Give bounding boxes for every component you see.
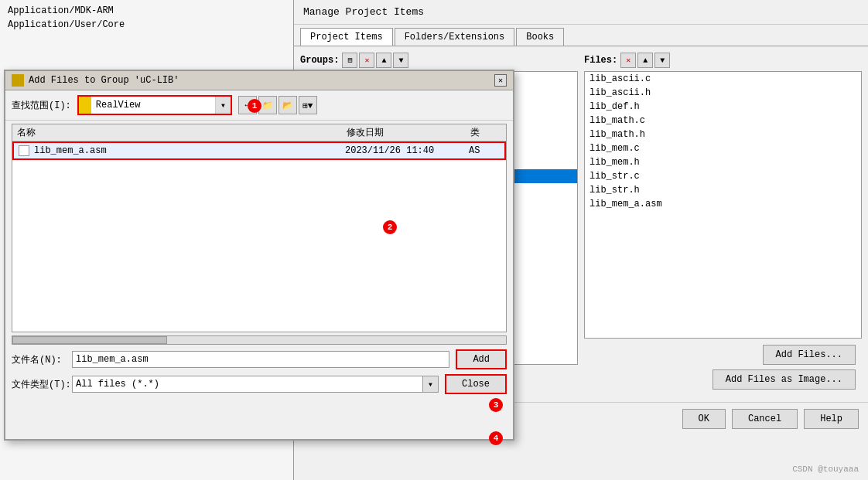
groups-header: Groups: ⊞ ✕ ▲ ▼ [300,53,578,68]
filename-input[interactable] [72,351,449,368]
file-item[interactable]: lib_def.h [585,100,861,114]
dialog-title-area: Add Files to Group 'uC-LIB' [12,74,179,87]
col-date: 修改日期 [347,126,470,139]
dialog-title-text: Add Files to Group 'uC-LIB' [29,75,179,86]
scrollbar-thumb[interactable] [12,336,167,344]
col-name: 名称 [17,126,347,139]
annotation-4: 4 [489,431,503,445]
add-files-buttons: Add Files... Add Files as Image... [584,339,862,396]
tree-item-user-core[interactable]: Application/User/Core [4,18,289,32]
filetype-row: 文件类型(T): ▼ Close [12,374,507,394]
files-label: Files: [584,55,617,66]
tab-books[interactable]: Books [516,28,564,46]
filename-label: 文件名(N): [12,353,66,366]
files-list[interactable]: lib_ascii.c lib_ascii.h lib_def.h lib_ma… [584,71,862,339]
file-item[interactable]: lib_math.c [585,114,861,128]
dialog-titlebar: Add Files to Group 'uC-LIB' ✕ [5,71,513,90]
add-files-dialog: Add Files to Group 'uC-LIB' ✕ 查找范围(I): ▼… [4,70,514,441]
file-table-header: 名称 修改日期 类 [12,124,506,141]
annotation-3: 3 [489,398,503,412]
filetype-label: 文件类型(T): [12,378,66,391]
tabs-bar: Project Items Folders/Extensions Books [294,25,868,46]
groups-new-btn[interactable]: ⊞ [342,53,357,68]
groups-up-btn[interactable]: ▲ [376,53,391,68]
annotation-2: 2 [383,220,397,234]
filetype-arrow[interactable]: ▼ [423,376,439,393]
dialog-file-area[interactable]: 名称 修改日期 类 lib_mem_a.asm 2023/11/26 11:40… [12,124,507,332]
filetype-input[interactable] [72,376,423,393]
filetype-select-wrap: ▼ [72,376,439,393]
file-date: 2023/11/26 11:40 [345,145,469,156]
dialog-bottom: 文件名(N): Add 文件类型(T): ▼ Close [5,345,513,403]
add-button[interactable]: Add [456,349,507,369]
watermark: CSDN @touyaaa [792,465,859,474]
file-type: AS [469,145,500,156]
files-delete-btn[interactable]: ✕ [620,53,636,68]
groups-toolbar: ⊞ ✕ ▲ ▼ [342,53,408,68]
files-section: Files: ✕ ▲ ▼ lib_ascii.c lib_ascii.h lib… [584,53,862,396]
file-item[interactable]: lib_ascii.c [585,72,861,86]
file-item[interactable]: lib_mem_a.asm [585,197,861,211]
add-files-image-button[interactable]: Add Files as Image... [713,369,856,390]
combo-arrow[interactable]: ▼ [215,97,231,114]
add-files-button[interactable]: Add Files... [763,345,856,365]
file-item[interactable]: lib_ascii.h [585,86,861,100]
groups-down-btn[interactable]: ▼ [393,53,408,68]
dialog-close-button[interactable]: ✕ [494,74,507,87]
files-up-btn[interactable]: ▲ [637,53,653,68]
horizontal-scrollbar[interactable] [12,335,507,345]
close-button[interactable]: Close [445,374,507,394]
annotation-1: 1 [248,99,261,113]
nav-new-folder-btn[interactable]: 📂 [279,96,297,114]
files-down-btn[interactable]: ▼ [654,53,670,68]
groups-delete-btn[interactable]: ✕ [359,53,374,68]
dialog-icon [12,74,24,87]
ok-button[interactable]: OK [682,409,726,429]
search-label: 查找范围(I): [12,99,71,112]
tree-item-mdk-arm[interactable]: Application/MDK-ARM [4,4,289,18]
manage-title: Manage Project Items [294,0,868,25]
view-toggle-btn[interactable]: ⊞▼ [299,96,317,114]
file-icon [19,145,29,156]
file-item[interactable]: lib_math.h [585,128,861,141]
tab-folders-extensions[interactable]: Folders/Extensions [395,28,515,46]
search-combo[interactable]: ▼ [77,95,232,115]
search-input[interactable] [91,97,215,114]
help-button[interactable]: Help [804,409,859,429]
file-item[interactable]: lib_str.h [585,183,861,197]
file-item[interactable]: lib_mem.h [585,155,861,169]
col-type: 类 [470,126,501,139]
filename-row: 文件名(N): Add [12,349,507,369]
cancel-button[interactable]: Cancel [732,409,798,429]
dialog-file-row[interactable]: lib_mem_a.asm 2023/11/26 11:40 AS [12,141,506,160]
file-name: lib_mem_a.asm [34,145,345,156]
files-header: Files: ✕ ▲ ▼ [584,53,862,68]
files-toolbar: ✕ ▲ ▼ [620,53,670,68]
file-item[interactable]: lib_str.c [585,169,861,183]
file-item[interactable]: lib_mem.c [585,141,861,155]
tab-project-items[interactable]: Project Items [300,28,393,46]
folder-icon [79,97,91,114]
groups-label: Groups: [300,55,339,66]
